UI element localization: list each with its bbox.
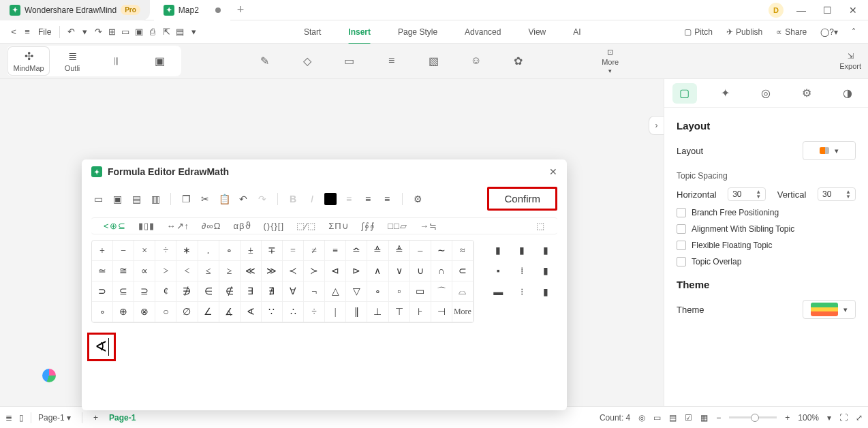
vertical-input[interactable]: 30▲▼ <box>818 187 856 201</box>
symbol-cell[interactable]: ∉ <box>219 281 241 302</box>
opt-alignment[interactable]: Alignment With Sibling Topic <box>677 224 856 234</box>
view-mode-3-button[interactable]: ⦀ <box>95 47 136 75</box>
export-button[interactable]: ⇲Export <box>839 52 861 70</box>
symbol-cell[interactable]: ∗ <box>176 241 198 261</box>
tab-view[interactable]: View <box>528 23 546 41</box>
symbol-side-cell[interactable] <box>486 303 510 323</box>
qa-caret-icon[interactable]: ▾ <box>187 27 200 37</box>
symbol-cell[interactable]: ≜ <box>389 241 410 261</box>
badge-icon[interactable]: ✿ <box>512 55 525 67</box>
symbol-cell[interactable]: ∃ <box>241 281 262 302</box>
formula-preview[interactable]: ∢ <box>87 333 116 361</box>
symbol-cell[interactable]: ≤ <box>198 261 219 281</box>
tb-cut-icon[interactable]: ✂ <box>198 194 212 204</box>
tab-start[interactable]: Start <box>304 23 321 41</box>
cat-brackets[interactable]: (){}[] <box>264 221 285 231</box>
symbol-cell[interactable]: − <box>113 241 134 261</box>
symbol-cell[interactable]: ≙ <box>367 241 388 261</box>
sp-tab-history[interactable]: ◑ <box>835 83 860 104</box>
sb-icon-5[interactable]: ▤ <box>669 413 677 423</box>
down-arrow-icon-2[interactable]: ▼ <box>846 194 851 199</box>
symbol-cell[interactable]: ≏ <box>346 241 367 261</box>
window-close-button[interactable]: ✕ <box>845 5 861 16</box>
publish-button[interactable]: ✈ Publish <box>726 27 762 37</box>
sp-tab-style[interactable]: ✦ <box>713 83 738 104</box>
tab-advanced[interactable]: Advanced <box>465 23 501 41</box>
symbol-cell[interactable]: ∪ <box>410 261 431 281</box>
qa-icon-4[interactable]: ▤ <box>173 27 187 37</box>
symbol-cell[interactable]: ∡ <box>219 302 241 322</box>
symbol-cell[interactable]: ⊣ <box>431 302 452 322</box>
symbol-cell[interactable]: ≺ <box>283 261 304 281</box>
back-icon[interactable]: < <box>7 27 20 37</box>
symbol-cell[interactable]: More <box>452 302 474 322</box>
pitch-button[interactable]: ▢ Pitch <box>684 27 713 37</box>
symbol-cell[interactable]: ∝ <box>134 261 155 281</box>
symbol-cell[interactable]: – <box>410 241 431 261</box>
symbol-cell[interactable]: ▽ <box>346 281 367 302</box>
symbol-cell[interactable]: ∄ <box>262 281 283 302</box>
tb-align-left-icon[interactable]: ≡ <box>342 194 356 204</box>
note-icon[interactable]: ▭ <box>343 55 356 67</box>
symbol-cell[interactable]: ⊆ <box>113 281 134 302</box>
emoji-icon[interactable]: ☺ <box>469 55 483 67</box>
tb-bold-icon[interactable]: B <box>286 194 300 204</box>
share-button[interactable]: ∝ Share <box>776 27 807 37</box>
symbol-side-cell[interactable]: ▮ <box>533 281 557 302</box>
qa-icon-3[interactable]: ▣ <box>132 27 146 37</box>
sb-icon-2[interactable]: ▯ <box>19 413 24 423</box>
symbol-cell[interactable]: ± <box>241 241 262 261</box>
tb-italic-icon[interactable]: I <box>305 194 319 204</box>
symbol-cell[interactable]: ∅ <box>176 302 198 322</box>
view-mode-4-button[interactable]: ▣ <box>139 47 180 75</box>
symbol-cell[interactable]: = <box>283 241 304 261</box>
qa-export-icon[interactable]: ⇱ <box>159 27 173 37</box>
confirm-button[interactable]: Confirm <box>487 187 557 211</box>
cat-bigop[interactable]: ΣΠ∪ <box>328 221 349 231</box>
help-button[interactable]: ◯?▾ <box>820 27 838 37</box>
sb-icon-1[interactable]: ≣ <box>5 413 12 423</box>
sb-icon-6[interactable]: ☑ <box>685 413 692 423</box>
symbol-cell[interactable]: ∘ <box>219 241 241 261</box>
symbol-cell[interactable]: ∨ <box>389 261 410 281</box>
tb-save-icon[interactable]: ▤ <box>129 194 143 204</box>
document-tab[interactable]: ✦ Map2 <box>154 0 230 20</box>
file-menu[interactable]: File <box>38 27 51 37</box>
sidepanel-collapse-button[interactable]: › <box>649 116 664 135</box>
symbol-cell[interactable]: ≠ <box>304 241 325 261</box>
cat-fraction[interactable]: ⬚⁄⬚ <box>296 221 316 231</box>
canvas[interactable]: ✦ Formula Editor EdrawMath ✕ ▭ ▣ ▤ ▥ ❐ ✂… <box>0 79 664 406</box>
symbol-cell[interactable]: ∘ <box>92 302 113 322</box>
symbol-cell[interactable]: > <box>155 261 176 281</box>
list-icon[interactable]: ≡ <box>385 55 399 67</box>
tb-undo-icon[interactable]: ↶ <box>236 194 250 204</box>
sp-tab-icon[interactable]: ◎ <box>754 83 778 104</box>
symbol-cell[interactable]: ∵ <box>262 302 283 322</box>
symbol-cell[interactable]: ≫ <box>262 261 283 281</box>
zoom-slider[interactable] <box>729 416 777 418</box>
symbol-cell[interactable]: ∘ <box>367 281 388 302</box>
symbol-cell[interactable]: ⊃ <box>92 281 113 302</box>
symbol-cell[interactable]: ▭ <box>410 281 431 302</box>
window-minimize-button[interactable]: — <box>793 5 809 16</box>
zoom-in-button[interactable]: + <box>785 413 790 423</box>
symbol-side-cell[interactable]: ▮ <box>533 261 557 281</box>
cat-matrix[interactable]: ⬚ <box>536 221 545 231</box>
cat-shapes[interactable]: □□▱ <box>388 221 407 231</box>
symbol-side-cell[interactable] <box>510 303 534 323</box>
image-icon[interactable]: ▧ <box>427 55 441 67</box>
modal-close-button[interactable]: ✕ <box>549 166 557 177</box>
symbol-side-cell[interactable]: ▮ <box>486 240 510 260</box>
symbol-cell[interactable]: + <box>92 241 113 261</box>
symbol-side-cell[interactable]: ▪ <box>486 261 510 281</box>
symbol-side-cell[interactable]: ▬ <box>486 281 510 302</box>
zoom-out-button[interactable]: − <box>716 413 721 423</box>
symbol-cell[interactable]: . <box>198 241 219 261</box>
tb-copy-icon[interactable]: ❐ <box>179 194 193 204</box>
undo-icon[interactable]: ↶ <box>64 27 78 37</box>
tb-folder-icon[interactable]: ▭ <box>91 194 105 204</box>
tb-redo-icon[interactable]: ↷ <box>255 194 269 204</box>
cat-arrows[interactable]: ↔↗↑ <box>167 221 190 231</box>
symbol-cell[interactable]: ≅ <box>113 261 134 281</box>
more-button[interactable]: ⊡More▾ <box>602 48 619 74</box>
